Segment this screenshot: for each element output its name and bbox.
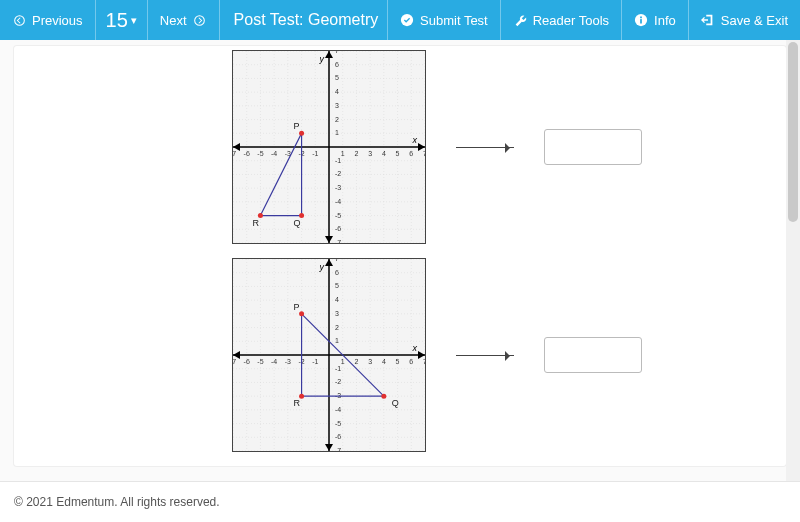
- reader-tools-button[interactable]: Reader Tools: [501, 0, 621, 40]
- svg-text:-7: -7: [335, 447, 341, 451]
- save-exit-button[interactable]: Save & Exit: [689, 0, 800, 40]
- exit-icon: [701, 13, 715, 27]
- svg-text:-5: -5: [257, 358, 263, 365]
- svg-text:2: 2: [335, 324, 339, 331]
- item-row: -7-6-5-4-3-2-11234567-7-6-5-4-3-2-112345…: [24, 50, 776, 244]
- save-exit-label: Save & Exit: [721, 13, 788, 28]
- svg-text:3: 3: [335, 310, 339, 317]
- svg-text:-4: -4: [335, 406, 341, 413]
- svg-text:3: 3: [368, 358, 372, 365]
- svg-marker-115: [325, 259, 333, 266]
- svg-text:-2: -2: [335, 170, 341, 177]
- svg-text:-7: -7: [233, 358, 236, 365]
- svg-text:2: 2: [354, 358, 358, 365]
- svg-text:3: 3: [368, 150, 372, 157]
- svg-text:-2: -2: [335, 378, 341, 385]
- svg-text:7: 7: [423, 358, 425, 365]
- answer-input-2[interactable]: [544, 337, 642, 373]
- coordinate-graph-2: -7-6-5-4-3-2-11234567-7-6-5-4-3-2-112345…: [232, 258, 426, 452]
- svg-text:-5: -5: [335, 420, 341, 427]
- arrow-right-icon: [456, 147, 514, 148]
- svg-text:6: 6: [335, 269, 339, 276]
- svg-text:1: 1: [341, 150, 345, 157]
- svg-text:-1: -1: [312, 150, 318, 157]
- svg-text:5: 5: [396, 150, 400, 157]
- reader-label: Reader Tools: [533, 13, 609, 28]
- wrench-icon: [513, 13, 527, 27]
- svg-point-1: [195, 15, 205, 25]
- check-circle-icon: [400, 13, 414, 27]
- top-toolbar: Previous 15 ▾ Next Post Test: Geometry S…: [0, 0, 800, 40]
- svg-text:-7: -7: [233, 150, 236, 157]
- svg-point-0: [14, 15, 24, 25]
- copyright-text: © 2021 Edmentum. All rights reserved.: [14, 495, 220, 509]
- svg-text:-1: -1: [312, 358, 318, 365]
- svg-text:6: 6: [409, 150, 413, 157]
- svg-marker-116: [325, 444, 333, 451]
- svg-marker-40: [325, 51, 333, 58]
- svg-text:4: 4: [335, 296, 339, 303]
- svg-text:1: 1: [341, 358, 345, 365]
- info-icon: [634, 13, 648, 27]
- svg-text:1: 1: [335, 337, 339, 344]
- item-row: -7-6-5-4-3-2-11234567-7-6-5-4-3-2-112345…: [24, 258, 776, 452]
- svg-text:Q: Q: [294, 218, 301, 228]
- svg-text:5: 5: [335, 74, 339, 81]
- svg-text:R: R: [294, 398, 301, 408]
- svg-text:-6: -6: [335, 433, 341, 440]
- question-number: 15: [106, 9, 128, 32]
- svg-text:7: 7: [423, 150, 425, 157]
- arrow-right-icon: [456, 355, 514, 356]
- svg-text:-1: -1: [335, 157, 341, 164]
- svg-text:-4: -4: [271, 358, 277, 365]
- info-button[interactable]: Info: [622, 0, 688, 40]
- submit-test-button[interactable]: Submit Test: [388, 0, 500, 40]
- svg-text:6: 6: [335, 61, 339, 68]
- arrow-right-icon: [193, 13, 207, 27]
- svg-marker-41: [325, 236, 333, 243]
- svg-text:2: 2: [354, 150, 358, 157]
- svg-text:y: y: [319, 54, 325, 64]
- svg-text:-3: -3: [285, 358, 291, 365]
- info-label: Info: [654, 13, 676, 28]
- scrollbar[interactable]: [786, 40, 800, 482]
- svg-text:-4: -4: [335, 198, 341, 205]
- svg-text:3: 3: [335, 102, 339, 109]
- question-panel: -7-6-5-4-3-2-11234567-7-6-5-4-3-2-112345…: [14, 46, 786, 466]
- svg-point-152: [381, 394, 386, 399]
- svg-point-75: [299, 131, 304, 136]
- arrow-left-icon: [12, 13, 26, 27]
- question-number-dropdown[interactable]: 15 ▾: [96, 9, 147, 32]
- svg-text:P: P: [294, 121, 300, 131]
- svg-text:-5: -5: [257, 150, 263, 157]
- svg-text:-6: -6: [244, 358, 250, 365]
- page-title: Post Test: Geometry: [220, 11, 387, 29]
- chevron-down-icon: ▾: [131, 14, 137, 27]
- footer: © 2021 Edmentum. All rights reserved.: [0, 481, 800, 522]
- answer-input-1[interactable]: [544, 129, 642, 165]
- previous-button[interactable]: Previous: [0, 0, 95, 40]
- svg-text:2: 2: [335, 116, 339, 123]
- svg-text:7: 7: [335, 259, 339, 262]
- svg-text:5: 5: [335, 282, 339, 289]
- svg-text:5: 5: [396, 358, 400, 365]
- svg-rect-5: [640, 17, 642, 19]
- svg-text:-6: -6: [244, 150, 250, 157]
- svg-text:4: 4: [382, 150, 386, 157]
- coordinate-graph-1: -7-6-5-4-3-2-11234567-7-6-5-4-3-2-112345…: [232, 50, 426, 244]
- svg-text:-1: -1: [335, 365, 341, 372]
- svg-text:7: 7: [335, 51, 339, 54]
- svg-text:4: 4: [382, 358, 386, 365]
- svg-text:P: P: [294, 302, 300, 312]
- svg-text:x: x: [412, 135, 418, 145]
- svg-text:y: y: [319, 262, 325, 272]
- svg-point-150: [299, 311, 304, 316]
- submit-label: Submit Test: [420, 13, 488, 28]
- next-button[interactable]: Next: [148, 0, 219, 40]
- svg-text:6: 6: [409, 358, 413, 365]
- svg-text:Q: Q: [392, 398, 399, 408]
- svg-text:-7: -7: [335, 239, 341, 243]
- svg-text:-4: -4: [271, 150, 277, 157]
- next-label: Next: [160, 13, 187, 28]
- svg-text:R: R: [252, 218, 259, 228]
